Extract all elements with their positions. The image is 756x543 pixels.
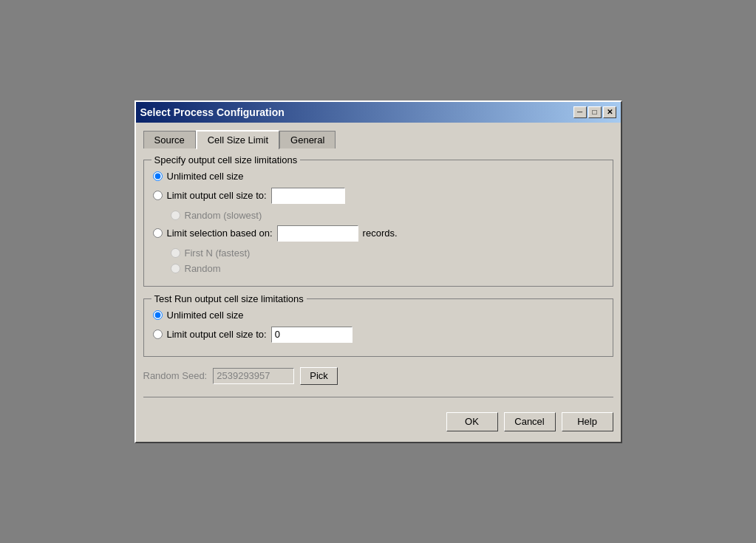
ok-button[interactable]: OK xyxy=(446,412,498,431)
tab-cell-size-limit[interactable]: Cell Size Limit xyxy=(196,130,279,149)
tab-general[interactable]: General xyxy=(279,131,336,148)
random-seed-input[interactable] xyxy=(213,368,294,384)
label-first-n: First N (fastest) xyxy=(185,247,251,259)
random-seed-row: Random Seed: Pick xyxy=(143,367,338,385)
minimize-button[interactable]: ─ xyxy=(573,106,587,118)
close-button[interactable]: ✕ xyxy=(603,106,616,118)
radio-limit-output[interactable] xyxy=(153,191,163,200)
radio-random-slowest[interactable] xyxy=(171,211,180,220)
label-limit-selection[interactable]: Limit selection based on: xyxy=(167,228,273,239)
radio-row-unlimited: Unlimited cell size xyxy=(153,171,604,182)
test-run-group-wrapper: Test Run output cell size limitations Un… xyxy=(143,298,613,357)
radio-row-first-n: First N (fastest) xyxy=(171,247,604,259)
limit-selection-input[interactable] xyxy=(277,225,358,242)
specify-group-label: Specify output cell size limitations xyxy=(151,154,301,165)
tr-label-unlimited[interactable]: Unlimited cell size xyxy=(167,310,244,321)
dialog-window: Select Process Configuration ─ □ ✕ Sourc… xyxy=(134,100,622,443)
tab-source[interactable]: Source xyxy=(143,131,196,148)
cancel-button[interactable]: Cancel xyxy=(504,412,556,431)
tr-limit-output-input[interactable] xyxy=(271,327,353,343)
radio-row-limit-output: Limit output cell size to: xyxy=(153,188,604,204)
specify-group-box: Specify output cell size limitations Unl… xyxy=(143,160,613,287)
tr-radio-unlimited[interactable] xyxy=(153,310,163,320)
bottom-area: Random Seed: Pick xyxy=(143,363,613,388)
radio-unlimited[interactable] xyxy=(153,171,163,181)
help-button[interactable]: Help xyxy=(562,412,613,431)
action-buttons: OK Cancel Help xyxy=(143,406,613,434)
dialog-body: Source Cell Size Limit General Specify o… xyxy=(136,123,621,442)
radio-row-random2: Random xyxy=(171,263,604,274)
specify-group-wrapper: Specify output cell size limitations Unl… xyxy=(143,160,613,287)
label-unlimited[interactable]: Unlimited cell size xyxy=(167,171,244,182)
label-limit-output[interactable]: Limit output cell size to: xyxy=(167,190,267,201)
radio-random2[interactable] xyxy=(171,264,180,273)
radio-row-limit-selection: Limit selection based on: records. xyxy=(153,225,604,242)
maximize-button[interactable]: □ xyxy=(588,106,602,118)
records-label: records. xyxy=(363,228,398,239)
pick-button[interactable]: Pick xyxy=(300,367,338,385)
radio-limit-selection[interactable] xyxy=(153,228,163,238)
footer-divider xyxy=(143,397,613,397)
radio-first-n[interactable] xyxy=(171,248,180,258)
test-run-group-label: Test Run output cell size limitations xyxy=(151,293,307,304)
random-seed-label: Random Seed: xyxy=(143,370,208,381)
tr-label-limit-output[interactable]: Limit output cell size to: xyxy=(167,329,267,340)
tr-radio-limit-output[interactable] xyxy=(153,329,163,339)
title-bar-buttons: ─ □ ✕ xyxy=(573,106,616,118)
dialog-title: Select Process Configuration xyxy=(140,106,285,118)
radio-row-random-slowest: Random (slowest) xyxy=(171,210,604,221)
tr-radio-row-limit-output: Limit output cell size to: xyxy=(153,327,604,343)
tabs-container: Source Cell Size Limit General xyxy=(143,129,613,148)
tr-radio-row-unlimited: Unlimited cell size xyxy=(153,310,604,321)
title-bar: Select Process Configuration ─ □ ✕ xyxy=(136,102,621,123)
label-random-slowest: Random (slowest) xyxy=(185,210,262,221)
limit-output-input[interactable] xyxy=(271,188,345,204)
test-run-group-box: Test Run output cell size limitations Un… xyxy=(143,298,613,357)
label-random2: Random xyxy=(185,263,221,274)
